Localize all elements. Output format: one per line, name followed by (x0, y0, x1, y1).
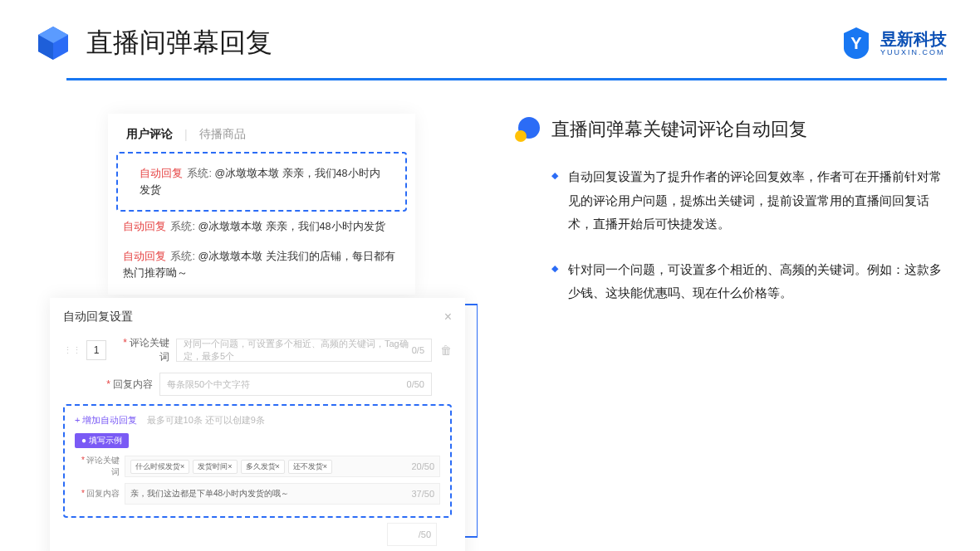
keyword-chip[interactable]: 多久发货× (241, 460, 285, 474)
bubble-icon (515, 117, 540, 142)
cube-icon (33, 23, 73, 63)
trash-icon[interactable]: 🗑 (440, 344, 452, 357)
auto-reply-tag: 自动回复 (140, 168, 183, 179)
comment-item: 自动回复 系统: @冰墩墩本墩 亲亲，我们48小时内发货 (108, 212, 415, 241)
bullet-item: 针对同一个问题，可设置多个相近的、高频的关键词。例如：这款多少钱、这块能优惠吗、… (551, 258, 947, 305)
reply-label: 回复内容 (113, 378, 153, 390)
ex-keyword-input[interactable]: 什么时候发货× 发货时间× 多久发货× 还不发货× 20/50 (125, 456, 440, 477)
ex-reply-input[interactable]: 亲，我们这边都是下单48小时内发货的哦～ 37/50 (125, 483, 440, 505)
ex-reply-count: 37/50 (411, 489, 434, 499)
brand-name-en: YUUXIN.COM (880, 49, 947, 56)
reply-count: 0/50 (407, 379, 424, 389)
tab-divider: | (184, 128, 188, 141)
comment-text: @冰墩墩本墩 亲亲，我们48小时内发货 (198, 221, 385, 232)
system-label: 系统: (187, 168, 211, 179)
auto-reply-tag: 自动回复 (123, 221, 166, 232)
ex-keyword-label: 评论关键词 (86, 456, 120, 476)
brand-logo-block: Y 昱新科技 YUUXIN.COM (839, 26, 947, 61)
section-title: 直播间弹幕关键词评论自动回复 (551, 117, 807, 142)
keyword-input[interactable]: 对同一个问题，可设置多个相近、高频的关键词，Tag确定，最多5个 0/5 (176, 339, 432, 362)
ex-reply-text: 亲，我们这边都是下单48小时内发货的哦～ (130, 488, 289, 500)
keyword-chip[interactable]: 什么时候发货× (130, 460, 189, 474)
reply-placeholder: 每条限50个中文字符 (167, 378, 250, 391)
auto-reply-tag: 自动回复 (123, 251, 166, 262)
stub-count: /50 (419, 529, 431, 539)
add-auto-reply-link[interactable]: + 增加自动回复 (75, 415, 137, 425)
tab-pending-goods[interactable]: 待播商品 (199, 127, 246, 142)
ex-keyword-count: 20/50 (411, 461, 434, 471)
comment-item: 自动回复 系统: @冰墩墩本墩 亲亲，我们48小时内发货 (125, 158, 399, 205)
example-badge: ● 填写示例 (75, 433, 129, 448)
drag-handle-icon[interactable]: ⋮⋮ (63, 345, 81, 356)
keyword-count: 0/5 (412, 345, 424, 355)
svg-text:Y: Y (850, 34, 862, 52)
system-label: 系统: (170, 221, 194, 232)
close-icon[interactable]: × (444, 310, 452, 324)
tab-user-comments[interactable]: 用户评论 (126, 127, 173, 142)
keyword-chip[interactable]: 发货时间× (193, 460, 237, 474)
page-title: 直播间弹幕回复 (86, 25, 839, 61)
comment-highlight: 自动回复 系统: @冰墩墩本墩 亲亲，我们48小时内发货 (116, 152, 407, 212)
ex-keyword-chips: 什么时候发货× 发货时间× 多久发货× 还不发货× (130, 460, 332, 474)
keyword-chip[interactable]: 还不发货× (288, 460, 332, 474)
ex-reply-label: 回复内容 (86, 489, 120, 498)
comments-panel: 用户评论 | 待播商品 自动回复 系统: @冰墩墩本墩 亲亲，我们48小时内发货… (108, 114, 415, 295)
index-box: 1 (86, 340, 106, 360)
keyword-placeholder: 对同一个问题，可设置多个相近、高频的关键词，Tag确定，最多5个 (184, 338, 412, 363)
system-label: 系统: (170, 251, 194, 262)
comment-item: 自动回复 系统: @冰墩墩本墩 关注我们的店铺，每日都有热门推荐呦～ (108, 241, 415, 288)
brand-name-cn: 昱新科技 (880, 31, 947, 47)
reply-input[interactable]: 每条限50个中文字符 0/50 (159, 373, 432, 396)
example-highlight: + 增加自动回复 最多可建10条 还可以创建9条 ● 填写示例 *评论关键词 什… (63, 404, 452, 518)
add-hint: 最多可建10条 还可以创建9条 (147, 415, 265, 425)
brand-logo-icon: Y (839, 26, 874, 61)
stub-input[interactable]: /50 (387, 523, 437, 546)
bullet-item: 自动回复设置为了提升作者的评论回复效率，作者可在开播前针对常见的评论用户问题，提… (551, 165, 947, 236)
keyword-label: 评论关键词 (130, 337, 169, 363)
auto-reply-settings-panel: 自动回复设置 × ⋮⋮ 1 *评论关键词 对同一个问题，可设置多个相近、高频的关… (50, 298, 465, 551)
settings-title: 自动回复设置 (63, 310, 133, 324)
